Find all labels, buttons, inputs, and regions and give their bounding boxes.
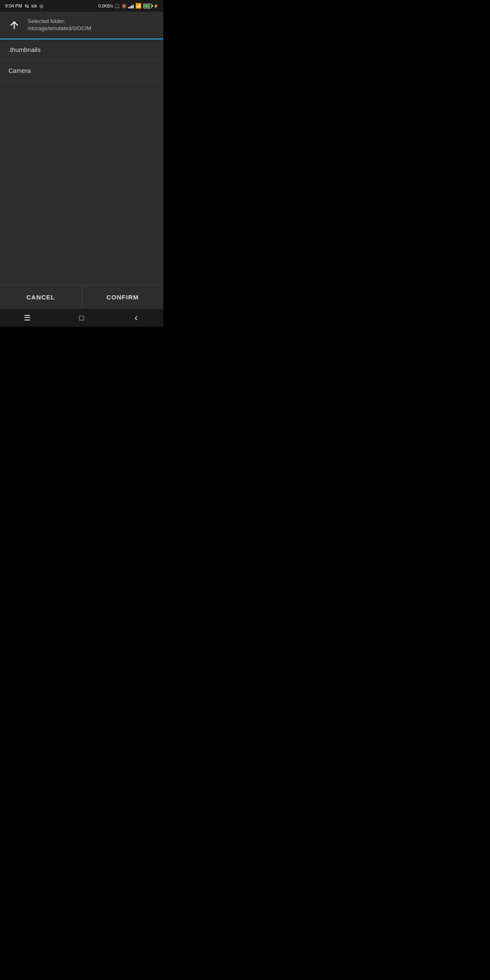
- arrow-icon: ⇆: [25, 3, 29, 9]
- wifi-icon: 📶: [135, 3, 142, 9]
- back-nav-icon[interactable]: ‹: [129, 310, 144, 325]
- kik-app-icon: kik: [31, 3, 37, 8]
- network-speed: 0.0KB/s: [98, 4, 113, 8]
- file-item-name: Camera: [8, 67, 31, 74]
- back-icon: ‹: [134, 312, 137, 323]
- mute-icon: 🔕: [121, 4, 126, 8]
- main-content: Selected folder: /storage/emulated/0/DCI…: [0, 12, 163, 309]
- selected-folder-label: Selected folder:: [28, 18, 91, 25]
- bottom-buttons: CANCEL CONFIRM: [0, 285, 163, 309]
- home-icon: □: [80, 314, 84, 322]
- menu-icon: ☰: [24, 313, 31, 322]
- toolbar: Selected folder: /storage/emulated/0/DCI…: [0, 12, 163, 39]
- navigation-bar: ☰ □ ‹: [0, 309, 163, 327]
- circle-icon: ◎: [39, 3, 44, 9]
- cancel-button[interactable]: CANCEL: [0, 285, 82, 309]
- battery-fill: [144, 5, 150, 8]
- up-arrow-button[interactable]: [7, 18, 22, 33]
- confirm-button[interactable]: CONFIRM: [82, 285, 164, 309]
- file-item-name: .thumbnails: [8, 46, 41, 53]
- headphone-icon: 🎧: [115, 4, 120, 8]
- selected-folder-path: /storage/emulated/0/DCIM: [28, 25, 91, 32]
- list-item-camera[interactable]: Camera: [0, 60, 163, 81]
- file-list: .thumbnails Camera: [0, 39, 163, 285]
- folder-info: Selected folder: /storage/emulated/0/DCI…: [28, 18, 91, 32]
- time-display: 9:04 PM: [5, 3, 22, 8]
- up-arrow-icon: [8, 19, 20, 31]
- charging-icon: ⚡: [153, 4, 158, 8]
- signal-bars: [128, 3, 134, 8]
- list-item-thumbnails[interactable]: .thumbnails: [0, 39, 163, 60]
- status-left: 9:04 PM ⇆ kik ◎: [5, 3, 44, 9]
- status-bar: 9:04 PM ⇆ kik ◎ 0.0KB/s 🎧 🔕 📶 ⚡: [0, 0, 163, 12]
- menu-nav-icon[interactable]: ☰: [20, 310, 35, 325]
- status-right: 0.0KB/s 🎧 🔕 📶 ⚡: [98, 3, 158, 9]
- battery-indicator: [143, 4, 152, 8]
- home-nav-icon[interactable]: □: [74, 310, 89, 325]
